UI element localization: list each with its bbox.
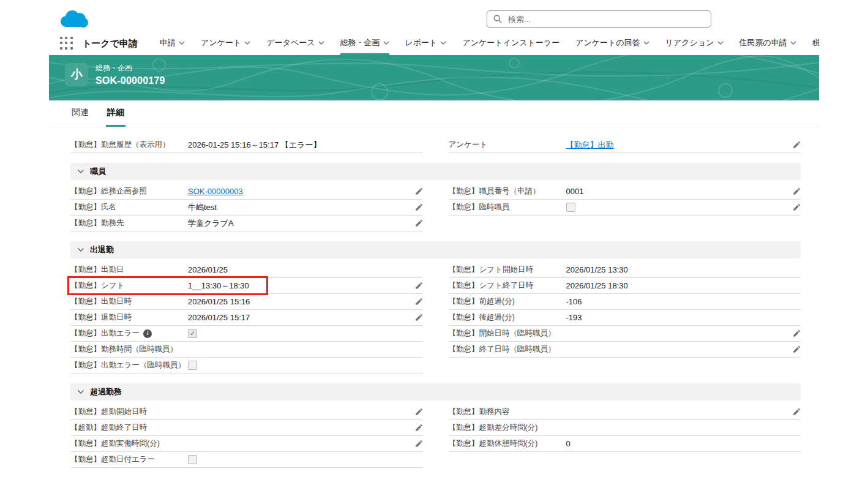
edit-pencil-icon[interactable] <box>788 408 801 416</box>
edit-pencil-icon[interactable] <box>411 314 423 321</box>
field-value: 牛嶋test <box>188 202 411 213</box>
nav-tab-申請[interactable]: 申請 <box>160 32 185 55</box>
field-row: 【勤怠】超勤日付エラー <box>70 452 423 468</box>
field-row: 【勤怠】勤務先学童クラブA <box>70 216 423 231</box>
field-row: 【勤怠】前超過(分)-106 <box>449 294 801 310</box>
field-column: 【勤怠】出勤日2026/01/25【勤怠】シフト1__13:30～18:30【勤… <box>70 262 423 374</box>
edit-pencil-icon[interactable] <box>788 345 801 353</box>
field-label: 【勤怠】超勤実働時間(分) <box>70 439 188 449</box>
record-banner: 小 総務・企画 SOK-00000179 <box>49 55 819 100</box>
edit-pencil-icon[interactable] <box>411 203 423 211</box>
edit-pencil-icon[interactable] <box>788 187 801 195</box>
section-header-職員[interactable]: 職員 <box>70 163 801 180</box>
field-label: 【勤怠】シフト開始日時 <box>449 265 566 275</box>
record-header: 小 総務・企画 SOK-00000179 <box>65 63 165 86</box>
record-object-icon: 小 <box>65 63 88 86</box>
record-link[interactable]: 【勤怠】出勤 <box>566 140 614 151</box>
section-header-超過勤務[interactable]: 超過勤務 <box>70 383 801 400</box>
nav-tab-label: 住民票の申請 <box>739 37 787 48</box>
edit-pencil-icon[interactable] <box>411 298 423 306</box>
field-label: 【勤怠】退勤日時 <box>70 313 188 323</box>
edit-pencil-icon[interactable] <box>411 282 423 290</box>
chevron-down-icon <box>717 41 724 45</box>
search-input[interactable] <box>507 14 705 24</box>
nav-tab-label: レポート <box>405 37 438 48</box>
field-value: SOK-00000003 <box>188 187 411 197</box>
edit-pencil-icon[interactable] <box>411 219 423 227</box>
nav-tab-アンケートインストーラー[interactable]: アンケートインストーラー <box>462 32 559 55</box>
edit-pencil-icon[interactable] <box>411 424 423 432</box>
nav-tab-label: アンケート <box>201 37 241 48</box>
salesforce-logo <box>58 9 89 32</box>
chevron-down-icon <box>318 41 324 45</box>
field-label: 【勤怠】臨時職員 <box>449 203 566 212</box>
chevron-down-icon <box>77 169 84 174</box>
field-label: 【勤怠】超勤日付エラー <box>70 455 188 465</box>
field-grid: 【勤怠】出勤日2026/01/25【勤怠】シフト1__13:30～18:30【勤… <box>70 262 801 374</box>
checkbox <box>188 361 197 370</box>
subtab-詳細[interactable]: 詳細 <box>106 107 125 127</box>
nav-tab-label: アンケートインストーラー <box>462 37 559 48</box>
section-header-出退勤[interactable]: 出退勤 <box>70 241 801 258</box>
field-label: 【勤怠】後超過(分) <box>449 313 566 323</box>
edit-pencil-icon[interactable] <box>411 440 423 448</box>
nav-tab-総務・企画[interactable]: 総務・企画 <box>340 32 389 55</box>
field-label: 【勤怠】シフト <box>70 281 188 291</box>
checkbox <box>188 455 197 464</box>
field-row: 【勤怠】後超過(分)-193 <box>449 310 801 326</box>
nav-tab-レポート[interactable]: レポート <box>405 32 447 55</box>
field-label: 【勤怠】出勤日時 <box>70 297 188 307</box>
app-navigation-bar: トークで申請 申請アンケートデータベース総務・企画レポートアンケートインストーラ… <box>49 32 819 55</box>
app-launcher-icon[interactable] <box>60 37 73 50</box>
field-value: 2026/01/25 15:16 <box>188 297 411 307</box>
edit-pencil-icon[interactable] <box>788 203 801 211</box>
global-search <box>487 10 711 28</box>
field-value: -106 <box>566 297 801 307</box>
field-label: 【勤怠】出勤エラーi <box>70 329 188 339</box>
edit-pencil-icon[interactable] <box>788 141 801 149</box>
field-label: 【勤怠】氏名 <box>70 203 188 212</box>
field-row: 【勤怠】職員番号（申請）0001 <box>449 184 801 200</box>
field-row: 【勤怠】開始日時（臨時職員） <box>449 326 801 342</box>
nav-tab-label: 総務・企画 <box>340 37 380 48</box>
search-icon <box>493 15 502 23</box>
field-row: 【勤怠】出勤エラー（臨時職員） <box>70 358 423 374</box>
subtab-関連[interactable]: 関連 <box>70 107 90 127</box>
field-value <box>188 439 411 449</box>
nav-tab-データベース[interactable]: データベース <box>266 32 324 55</box>
record-detail: 【勤怠】勤怠履歴（表示用）2026-01-25 15:16～15:17 【エラー… <box>49 127 819 474</box>
field-value <box>188 361 423 370</box>
nav-tab-住民票の申請[interactable]: 住民票の申請 <box>739 32 796 55</box>
field-label: 【勤怠】勤務時間（臨時職員） <box>70 345 188 355</box>
nav-tab-税[interactable]: 税 <box>812 32 819 55</box>
nav-tab-label: 税 <box>812 37 819 48</box>
field-value: 2026/01/25 18:30 <box>566 281 801 291</box>
edit-pencil-icon[interactable] <box>788 329 801 337</box>
salesforce-app-window: トークで申請 申請アンケートデータベース総務・企画レポートアンケートインストーラ… <box>49 6 819 490</box>
nav-tab-アンケートの回答[interactable]: アンケートの回答 <box>575 32 649 55</box>
info-icon[interactable]: i <box>143 329 152 338</box>
field-value: 2026/01/25 13:30 <box>566 265 801 275</box>
field-row: 【勤怠】シフト終了日時2026/01/25 18:30 <box>449 278 801 294</box>
field-value: 学童クラブA <box>188 218 411 229</box>
detail-body: 【勤怠】勤怠履歴（表示用）2026-01-25 15:16～15:17 【エラー… <box>70 137 801 468</box>
nav-tab-リアクション[interactable]: リアクション <box>665 32 724 55</box>
entity-label: 総務・企画 <box>95 63 165 73</box>
field-value: 2026/01/25 15:17 <box>188 313 411 323</box>
section-title: 超過勤務 <box>90 386 122 397</box>
nav-tab-アンケート[interactable]: アンケート <box>201 32 250 55</box>
edit-pencil-icon[interactable] <box>411 187 423 195</box>
field-label: 【勤怠】勤務内容 <box>449 407 566 417</box>
field-label: 【勤怠】シフト終了日時 <box>449 281 566 291</box>
chevron-down-icon <box>643 41 649 45</box>
field-label: 【勤怠】開始日時（臨時職員） <box>449 329 566 339</box>
edit-pencil-icon[interactable] <box>411 408 423 416</box>
field-row: 【勤怠】超勤休憩時間(分)0 <box>449 436 801 452</box>
field-row: 【勤怠】総務企画参照SOK-00000003 <box>70 184 423 200</box>
record-link[interactable]: SOK-00000003 <box>188 187 243 196</box>
chevron-down-icon <box>244 41 250 45</box>
section-title: 職員 <box>90 166 106 177</box>
chevron-down-icon <box>383 41 389 45</box>
field-row: アンケート【勤怠】出勤 <box>449 137 801 153</box>
field-row: 【勤怠】出勤日2026/01/25 <box>70 262 423 278</box>
